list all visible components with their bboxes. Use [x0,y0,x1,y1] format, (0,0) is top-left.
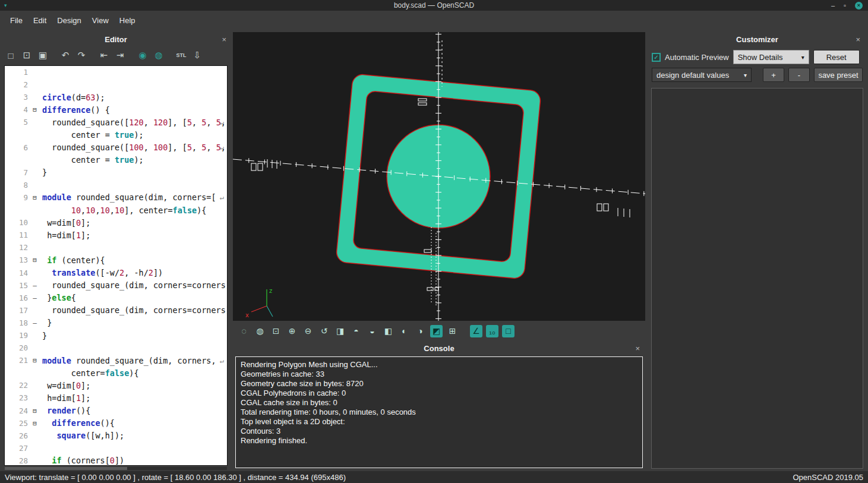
code-line[interactable]: 22 w=dim[0]; [5,379,227,392]
code-line[interactable]: 26 square([w,h]); [5,430,227,442]
code-line[interactable]: 24⊟ render(){ [5,405,227,417]
reset-button[interactable]: Reset [813,50,860,64]
render-button[interactable]: ◍ [254,325,266,337]
code-line[interactable]: 20 [5,342,227,354]
unindent-button[interactable]: ⇤ [99,49,109,61]
code-line[interactable]: 28 if (corners[0]) [5,454,227,466]
editor-horizontal-scrollbar[interactable] [5,467,227,470]
customizer-close-icon[interactable]: × [856,35,860,44]
new-file-button[interactable]: □ [5,49,16,61]
save-preset-button[interactable]: save preset [814,68,863,82]
undo-button[interactable]: ↶ [60,49,71,61]
menu-design[interactable]: Design [52,14,86,27]
code-line[interactable]: 12 [5,241,227,254]
fold-marker[interactable]: – [30,282,40,289]
view-right-button[interactable]: ◨ [334,325,346,337]
menu-edit[interactable]: Edit [28,14,52,27]
view-front-button[interactable]: ◐ [398,325,411,337]
fold-marker[interactable]: ⊟ [30,407,40,415]
details-select[interactable]: Show Details ▾ [733,50,809,64]
menu-file[interactable]: File [5,14,28,27]
fold-marker[interactable]: – [30,294,40,302]
menu-help[interactable]: Help [114,14,141,27]
details-select-value: Show Details [738,53,783,62]
zoom-out-button[interactable]: ⊖ [302,325,314,337]
show-crosshairs-button[interactable]: □ [502,325,515,337]
code-line[interactable]: 14 translate([-w/2, -h/2]) [5,267,227,279]
minimize-icon[interactable]: – [831,2,835,9]
reset-view-button[interactable]: ↺ [318,325,330,337]
show-scale-markers-button[interactable]: ₁₀ [486,325,498,337]
editor-close-icon[interactable]: × [222,35,226,44]
export-stl-button[interactable]: STL [176,49,187,61]
view-bottom-button[interactable]: ◒ [366,325,378,337]
fold-marker[interactable]: ⊟ [30,356,40,364]
code-line[interactable]: 1 [5,66,227,78]
code-line[interactable]: center=false){ [5,367,227,379]
code-line[interactable]: 27 [5,442,227,454]
code-line[interactable]: 8 [5,179,227,191]
remove-preset-button[interactable]: - [788,68,810,82]
preset-select[interactable]: design default values ▾ [652,68,752,82]
indent-button[interactable]: ⇥ [115,49,125,61]
fold-marker[interactable]: ⊟ [30,256,40,264]
menu-view[interactable]: View [87,14,114,27]
code-line[interactable]: 13⊟ if (center){ [5,254,227,266]
code-editor[interactable]: 123circle(d=63);4⊟difference() {5 rounde… [4,65,228,466]
code-line[interactable]: 4⊟difference() { [5,103,227,116]
code-line[interactable]: 17 rounded_square_(dim, corners=corners)… [5,304,227,317]
code-line[interactable]: 6 rounded_square([100, 100], [5, 5, 5, 5… [5,141,227,154]
view-back-button[interactable]: ◑ [414,325,427,337]
console-line: Total rendering time: 0 hours, 0 minutes… [241,408,637,417]
code-line[interactable]: center = true); [5,128,227,141]
code-line[interactable]: 5 rounded_square([120, 120], [5, 5, 5, 5… [5,116,227,128]
code-text: } [40,331,47,340]
viewport-3d[interactable]: x z [233,32,645,321]
zoom-all-button[interactable]: ⊡ [270,325,282,337]
code-line[interactable]: 16– }else{ [5,292,227,304]
code-line[interactable]: 23 h=dim[1]; [5,392,227,404]
maximize-icon[interactable]: ▫ [844,2,846,9]
view-top-button[interactable]: ◓ [350,325,362,337]
code-line[interactable]: 9⊟module rounded_square(dim, corners=[↵ [5,191,227,204]
fold-marker[interactable]: ⊟ [30,194,40,201]
code-line[interactable]: 11 h=dim[1]; [5,229,227,241]
code-line[interactable]: 15– rounded_square_(dim, corners=corners… [5,279,227,292]
code-line[interactable]: 2 [5,78,227,91]
preview-button[interactable]: ◉ [137,49,148,61]
console-close-icon[interactable]: × [635,344,640,353]
fold-marker[interactable]: ⊟ [30,419,40,427]
fold-marker[interactable]: – [30,319,40,327]
customizer-panel: Customizer × ✓ Automatic Preview Show De… [649,32,866,471]
fold-marker[interactable]: ⊟ [30,106,40,113]
code-line[interactable]: center = true); [5,154,227,166]
code-line[interactable]: 3circle(d=63); [5,91,227,103]
code-line[interactable]: 10 w=dim[0]; [5,216,227,229]
perspective-button[interactable]: ∠ [470,325,482,337]
close-icon[interactable]: × [855,2,863,10]
add-preset-button[interactable]: + [763,68,784,82]
save-button[interactable]: ▣ [37,49,48,61]
zoom-in-button[interactable]: ⊕ [286,325,298,337]
redo-button[interactable]: ↷ [76,49,87,61]
app-icon: ▾ [4,2,7,8]
render-button[interactable]: ◍ [153,49,164,61]
view-diagonal-button[interactable]: ◩ [430,325,443,337]
console-output[interactable]: Rendering Polygon Mesh using CGAL...Geom… [235,356,643,468]
view-left-button[interactable]: ◧ [382,325,394,337]
line-number: 7 [5,168,30,177]
code-line[interactable]: 18– } [5,317,227,329]
code-line[interactable]: 19} [5,329,227,342]
line-number: 17 [5,306,30,315]
send-button[interactable]: ⇩ [192,49,203,61]
scrollbar-handle[interactable] [5,467,127,470]
preview-button[interactable]: ◌ [238,325,250,337]
code-line[interactable]: 21⊟module rounded_square_(dim, corners,↵ [5,354,227,367]
code-line[interactable]: 25⊟ difference(){ [5,417,227,430]
view-center-button[interactable]: ⊞ [446,325,459,337]
wrap-icon: ↵ [220,143,224,151]
code-line[interactable]: 10,10,10,10], center=false){ [5,204,227,216]
code-line[interactable]: 7} [5,166,227,179]
automatic-preview-checkbox[interactable]: ✓ [652,53,661,62]
open-button[interactable]: ⊡ [21,49,32,61]
